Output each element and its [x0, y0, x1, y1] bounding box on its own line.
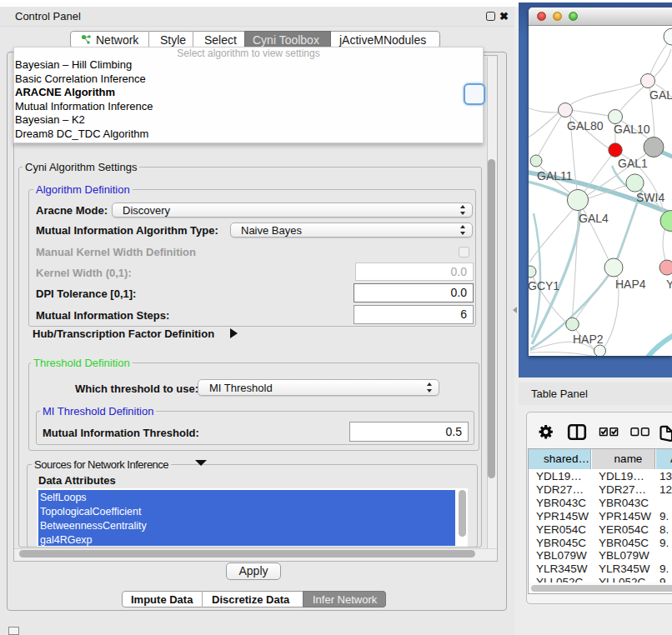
svg-text:GAL4: GAL4: [579, 212, 609, 225]
svg-text:GCY1: GCY1: [529, 279, 559, 292]
svg-text:Y: Y: [666, 278, 672, 291]
svg-text:GAL7: GAL7: [649, 88, 672, 102]
svg-text:GAL10: GAL10: [614, 122, 650, 136]
svg-text:GAL80: GAL80: [567, 119, 604, 132]
svg-text:HAP4: HAP4: [615, 278, 646, 291]
svg-text:HAP2: HAP2: [573, 332, 604, 346]
svg-text:GAL1: GAL1: [618, 157, 648, 170]
svg-text:SWI4: SWI4: [636, 191, 664, 204]
svg-text:GAL11: GAL11: [537, 169, 573, 182]
